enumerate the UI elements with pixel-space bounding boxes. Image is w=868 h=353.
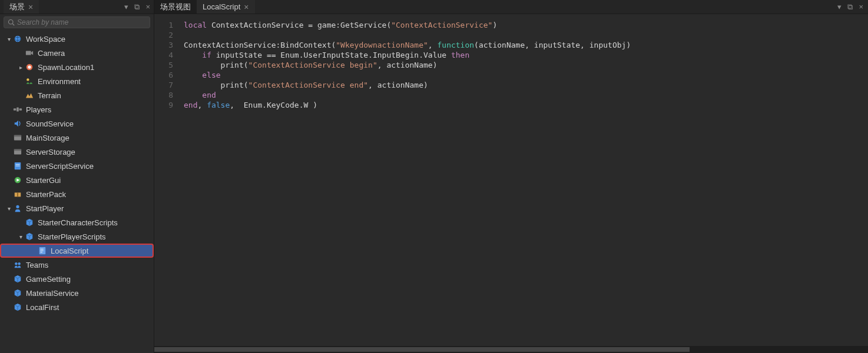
tree-item-label: Camera <box>38 49 65 58</box>
cube-icon <box>13 274 22 284</box>
code-line[interactable]: print("ContextActionService end", action… <box>184 80 631 90</box>
tree-item-label: SoundService <box>26 119 74 128</box>
tree-item-starterpack[interactable]: StarterPack <box>0 187 154 201</box>
cube-icon <box>13 288 22 298</box>
svg-rect-12 <box>16 107 19 111</box>
tree-item-starterplayerscripts[interactable]: ▾StarterPlayerScripts <box>0 229 154 244</box>
tree-item-label: SpawnLocation1 <box>38 63 94 72</box>
svg-marker-14 <box>15 121 18 127</box>
tree-item-label: StarterGui <box>26 176 61 185</box>
tree-item-label: Environment <box>38 77 81 86</box>
svg-marker-6 <box>31 51 34 55</box>
search-box[interactable] <box>4 16 150 28</box>
tree-item-workspace[interactable]: ▾WorkSpace <box>0 32 154 46</box>
tree-item-label: LocalScript <box>51 247 88 255</box>
line-number: 2 <box>154 30 173 40</box>
camera-icon <box>25 48 34 58</box>
close-panel-icon[interactable]: × <box>145 2 150 12</box>
dropdown-icon[interactable]: ▾ <box>837 2 842 12</box>
tree-item-teams[interactable]: Teams <box>0 258 154 272</box>
svg-point-39 <box>15 262 17 265</box>
tree-item-label: Terrain <box>38 91 61 100</box>
tree-item-startergui[interactable]: StarterGui <box>0 173 154 187</box>
code-line[interactable]: end <box>184 90 631 100</box>
code-line[interactable]: local ContextActionService = game:GetSer… <box>184 20 631 30</box>
editor-tabs: 场景视图LocalScript× ▾ ⧉ × <box>154 0 868 14</box>
close-icon[interactable]: × <box>28 2 33 12</box>
code-content[interactable]: local ContextActionService = game:GetSer… <box>178 14 631 353</box>
editor-tab-localscript[interactable]: LocalScript× <box>197 0 255 14</box>
svg-rect-11 <box>14 108 16 111</box>
svg-line-1 <box>12 24 14 25</box>
tree-item-gamesetting[interactable]: GameSetting <box>0 272 154 286</box>
tree-item-localscript[interactable]: LocalScript <box>0 244 154 258</box>
tree-item-environment[interactable]: Environment <box>0 74 154 88</box>
svg-point-40 <box>18 262 20 265</box>
expand-arrow-icon[interactable]: ▸ <box>16 64 25 71</box>
svg-point-9 <box>26 78 29 81</box>
line-gutter: 123456789 <box>154 14 178 353</box>
line-number: 9 <box>154 100 173 110</box>
tab-label: 场景视图 <box>160 2 191 12</box>
storage-icon <box>13 147 22 156</box>
tree-item-startplayer[interactable]: ▾StartPlayer <box>0 201 154 215</box>
popout-icon[interactable]: ⧉ <box>847 2 853 12</box>
code-line[interactable] <box>184 30 631 40</box>
tree-item-serverstorage[interactable]: ServerStorage <box>0 145 154 159</box>
tree-item-label: Players <box>26 105 51 114</box>
tree-item-label: LocalFirst <box>26 303 59 312</box>
editor-panel-actions: ▾ ⧉ × <box>837 2 868 12</box>
code-line[interactable]: ContextActionService:BindContext("Wkeydo… <box>184 40 631 50</box>
tree-item-localfirst[interactable]: LocalFirst <box>0 300 154 314</box>
code-line[interactable]: if inputState == Enum.UserInputState.Inp… <box>184 50 631 60</box>
expand-arrow-icon[interactable]: ▾ <box>5 36 13 42</box>
code-line[interactable]: print("ContextActionService begin", acti… <box>184 60 631 70</box>
expand-arrow-icon[interactable]: ▾ <box>16 234 25 240</box>
code-line[interactable]: else <box>184 70 631 80</box>
teams-icon <box>13 260 22 269</box>
svg-rect-25 <box>17 192 18 197</box>
tree-item-serverscriptservice[interactable]: ServerScriptService <box>0 159 154 173</box>
code-line[interactable]: end, false, Enum.KeyCode.W ) <box>184 100 631 110</box>
expand-arrow-icon[interactable]: ▾ <box>5 205 13 212</box>
search-input[interactable] <box>17 18 146 26</box>
popout-icon[interactable]: ⧉ <box>134 2 140 12</box>
hierarchy-tree[interactable]: ▾WorkSpaceCamera▸SpawnLocation1Environme… <box>0 31 154 353</box>
tree-item-label: ServerScriptService <box>26 162 94 171</box>
localscript-icon <box>38 246 47 255</box>
horizontal-scrollbar[interactable] <box>154 346 868 353</box>
tree-item-spawnlocation1[interactable]: ▸SpawnLocation1 <box>0 60 154 74</box>
line-number: 5 <box>154 60 173 70</box>
scene-panel-header: 场景 × ▾ ⧉ × <box>0 0 154 14</box>
scene-tab-label: 场景 <box>9 2 25 12</box>
editor-tab-场景视图[interactable]: 场景视图 <box>154 0 197 14</box>
tab-label: LocalScript <box>203 2 240 11</box>
tree-item-mainstorage[interactable]: MainStorage <box>0 131 154 145</box>
tree-item-camera[interactable]: Camera <box>0 46 154 60</box>
tree-item-label: MaterialService <box>26 289 79 298</box>
tree-item-terrain[interactable]: Terrain <box>0 88 154 102</box>
search-icon <box>8 19 15 26</box>
globe-icon <box>13 34 22 44</box>
tree-item-label: StarterPack <box>26 190 66 199</box>
line-number: 4 <box>154 50 173 60</box>
tree-item-startercharacterscripts[interactable]: StarterCharacterScripts <box>0 215 154 229</box>
close-panel-icon[interactable]: × <box>859 2 863 12</box>
svg-rect-18 <box>14 149 21 151</box>
svg-rect-5 <box>26 51 31 55</box>
tree-item-soundservice[interactable]: SoundService <box>0 116 154 131</box>
tree-item-label: MainStorage <box>26 134 69 142</box>
scene-tab[interactable]: 场景 × <box>4 0 39 14</box>
scrollbar-thumb[interactable] <box>154 347 690 352</box>
tree-item-materialservice[interactable]: MaterialService <box>0 286 154 300</box>
editor-panel: 场景视图LocalScript× ▾ ⧉ × 123456789 local C… <box>154 0 868 353</box>
line-number: 6 <box>154 70 173 80</box>
script-icon <box>13 161 22 171</box>
line-number: 8 <box>154 90 173 100</box>
tree-item-label: StarterPlayerScripts <box>38 232 106 241</box>
code-editor[interactable]: 123456789 local ContextActionService = g… <box>154 14 868 353</box>
tree-item-players[interactable]: Players <box>0 102 154 116</box>
dropdown-icon[interactable]: ▾ <box>124 2 128 12</box>
close-icon[interactable]: × <box>244 2 249 12</box>
tree-item-label: StarterCharacterScripts <box>38 218 118 227</box>
